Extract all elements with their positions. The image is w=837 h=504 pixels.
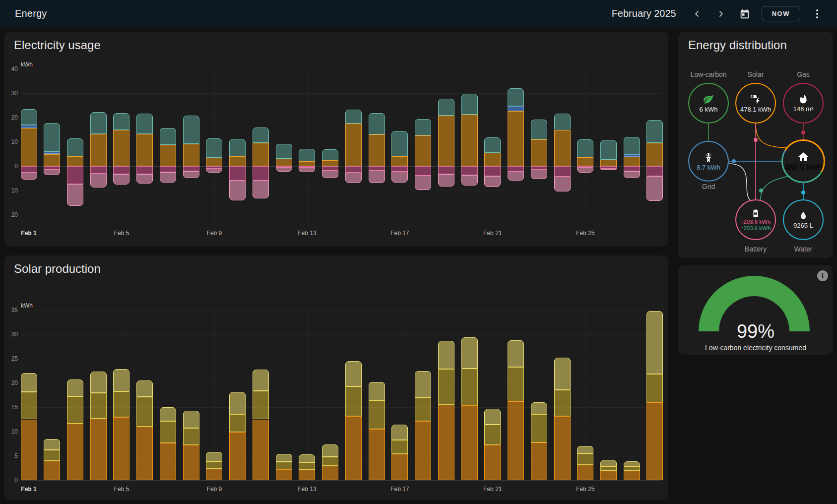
- bar-segment[interactable]: [113, 130, 129, 166]
- bar-segment[interactable]: [577, 139, 593, 157]
- home-node[interactable]: 486.9 kWh: [781, 139, 825, 183]
- bar-segment[interactable]: [183, 166, 199, 171]
- bar-segment[interactable]: [391, 425, 408, 440]
- bar-segment[interactable]: [206, 469, 222, 480]
- bar-segment[interactable]: [160, 407, 176, 421]
- water-node[interactable]: 9265 L: [783, 199, 824, 240]
- bar-segment[interactable]: [646, 176, 663, 201]
- bar-segment[interactable]: [531, 170, 547, 180]
- date-picker-button[interactable]: [735, 4, 755, 24]
- bar-segment[interactable]: [438, 174, 454, 187]
- bar-segment[interactable]: [322, 444, 338, 457]
- bar-segment[interactable]: [183, 445, 199, 480]
- bar-segment[interactable]: [415, 135, 431, 166]
- bar-segment[interactable]: [113, 369, 129, 391]
- bar-segment[interactable]: [183, 428, 199, 445]
- bar-segment[interactable]: [322, 457, 338, 466]
- bar-segment[interactable]: [577, 446, 593, 453]
- bar-segment[interactable]: [554, 177, 571, 191]
- bar-segment[interactable]: [600, 160, 617, 166]
- bar-segment[interactable]: [113, 113, 129, 130]
- bar-segment[interactable]: [229, 414, 246, 432]
- bar-segment[interactable]: [21, 173, 37, 180]
- bar-segment[interactable]: [90, 166, 107, 174]
- bar-segment[interactable]: [44, 152, 60, 154]
- bar-segment[interactable]: [299, 462, 315, 470]
- bar-segment[interactable]: [345, 173, 362, 184]
- info-icon[interactable]: i: [817, 270, 828, 281]
- bar-segment[interactable]: [160, 145, 176, 166]
- bar-segment[interactable]: [44, 450, 60, 461]
- bar-segment[interactable]: [276, 469, 292, 480]
- bar-segment[interactable]: [415, 421, 431, 480]
- bar-segment[interactable]: [21, 128, 37, 166]
- bar-segment[interactable]: [415, 397, 431, 421]
- bar-segment[interactable]: [160, 421, 176, 442]
- previous-period-button[interactable]: [687, 4, 707, 24]
- bar-segment[interactable]: [229, 432, 246, 480]
- next-period-button[interactable]: [711, 4, 731, 24]
- bar-segment[interactable]: [369, 400, 385, 429]
- bar-segment[interactable]: [461, 175, 478, 186]
- bar-segment[interactable]: [345, 166, 362, 173]
- bar-segment[interactable]: [369, 113, 385, 135]
- bar-segment[interactable]: [624, 166, 640, 171]
- bar-segment[interactable]: [206, 138, 222, 158]
- bar-segment[interactable]: [67, 424, 83, 480]
- bar-segment[interactable]: [600, 466, 617, 471]
- bar-segment[interactable]: [577, 168, 593, 172]
- bar-segment[interactable]: [508, 106, 524, 111]
- bar-segment[interactable]: [391, 454, 408, 480]
- bar-segment[interactable]: [369, 166, 385, 171]
- bar-segment[interactable]: [206, 169, 222, 173]
- bar-segment[interactable]: [44, 170, 60, 175]
- battery-node[interactable]: ↓203.6 kWh ↑203.6 kWh: [735, 199, 776, 240]
- bar-segment[interactable]: [44, 461, 60, 480]
- bar-segment[interactable]: [183, 144, 199, 166]
- bar-segment[interactable]: [415, 119, 431, 135]
- bar-segment[interactable]: [113, 174, 129, 185]
- bar-segment[interactable]: [229, 181, 246, 200]
- bar-segment[interactable]: [531, 442, 547, 480]
- bar-segment[interactable]: [624, 466, 640, 471]
- bar-segment[interactable]: [646, 143, 663, 166]
- bar-segment[interactable]: [484, 445, 501, 480]
- bar-segment[interactable]: [322, 466, 338, 480]
- bar-segment[interactable]: [646, 166, 663, 176]
- bar-segment[interactable]: [600, 169, 617, 170]
- bar-segment[interactable]: [461, 115, 478, 166]
- bar-segment[interactable]: [322, 166, 338, 171]
- bar-segment[interactable]: [461, 337, 478, 369]
- bar-segment[interactable]: [438, 99, 454, 115]
- bar-segment[interactable]: [276, 144, 292, 158]
- bar-segment[interactable]: [415, 166, 431, 176]
- bar-segment[interactable]: [415, 176, 431, 190]
- bar-segment[interactable]: [113, 417, 129, 480]
- bar-segment[interactable]: [206, 158, 222, 166]
- bar-segment[interactable]: [299, 470, 315, 480]
- bar-segment[interactable]: [624, 157, 640, 166]
- bar-segment[interactable]: [438, 369, 454, 405]
- bar-segment[interactable]: [322, 149, 338, 160]
- bar-segment[interactable]: [67, 166, 83, 184]
- bar-segment[interactable]: [531, 166, 547, 170]
- bar-segment[interactable]: [624, 154, 640, 157]
- bar-segment[interactable]: [21, 392, 37, 420]
- bar-segment[interactable]: [531, 139, 547, 166]
- grid-node[interactable]: 8.7 kWh: [688, 141, 729, 182]
- bar-segment[interactable]: [531, 402, 547, 414]
- bar-segment[interactable]: [113, 391, 129, 417]
- bar-segment[interactable]: [229, 139, 246, 156]
- bar-segment[interactable]: [554, 390, 571, 416]
- bar-segment[interactable]: [90, 134, 107, 166]
- bar-segment[interactable]: [136, 174, 153, 184]
- bar-segment[interactable]: [67, 396, 83, 424]
- bar-segment[interactable]: [113, 166, 129, 174]
- bar-segment[interactable]: [253, 143, 269, 166]
- bar-segment[interactable]: [67, 379, 83, 396]
- overflow-menu-button[interactable]: [807, 4, 827, 24]
- bar-segment[interactable]: [484, 153, 501, 166]
- bar-segment[interactable]: [600, 471, 617, 480]
- bar-segment[interactable]: [67, 156, 83, 166]
- bar-segment[interactable]: [508, 111, 524, 166]
